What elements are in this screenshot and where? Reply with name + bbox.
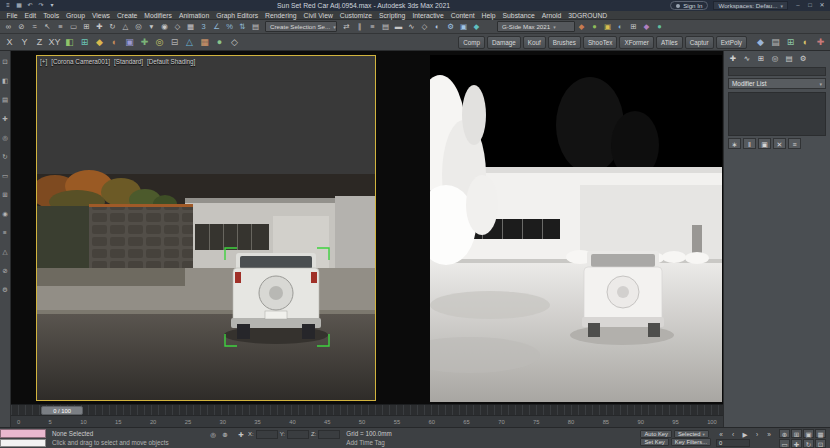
select-and-scale-icon[interactable]: △ [119,21,132,33]
ribbon-toggle-icon[interactable]: ▬ [392,21,405,33]
field-of-view-icon[interactable]: ▭ [779,439,790,448]
layer-explorer-icon[interactable]: ▤ [379,21,392,33]
window-crossing-icon[interactable]: ⊞ [80,21,93,33]
track-bar[interactable]: 0510152025303540455055606570758085909510… [11,415,723,427]
menu-item[interactable]: Tools [40,12,63,19]
selection-region-icon[interactable]: ▭ [67,21,80,33]
menu-item[interactable]: Rendering [262,12,300,19]
pan-icon[interactable]: ✚ [791,439,802,448]
zoom-extents-icon[interactable]: ▣ [803,429,814,438]
toolbar2-right-icon-3[interactable]: ⊞ [783,35,798,49]
create-tab-icon[interactable]: ✚ [727,53,739,64]
go-to-end-icon[interactable]: » [764,430,774,439]
undo-icon[interactable]: ↶ [25,1,35,10]
toolbar2-icon-16[interactable]: ◇ [227,35,242,49]
keyboard-override-icon[interactable]: ▦ [184,21,197,33]
toolbar2-icon-10[interactable]: ✚ [137,35,152,49]
make-unique-icon[interactable]: ▣ [758,138,771,149]
select-and-place-icon[interactable]: ◎ [132,21,145,33]
menu-item[interactable]: Modifiers [141,12,176,19]
tab-kouf[interactable]: Kouf [523,36,546,49]
plugin-icon-3[interactable]: ▣ [601,21,614,33]
left-toolbar-icon-1[interactable]: ⊡ [0,57,10,67]
menu-item[interactable]: Content [447,12,478,19]
menu-item[interactable]: Help [478,12,499,19]
menu-item[interactable]: Views [88,12,113,19]
camera-viewport[interactable]: [+][Corona Camera001][Standard][Default … [36,55,376,401]
left-toolbar-icon-7[interactable]: ▭ [0,171,10,181]
render-view[interactable] [430,55,722,402]
zoom-all-icon[interactable]: ⊞ [791,429,802,438]
x-coordinate-field[interactable] [256,430,278,439]
toolbar2-icon-5[interactable]: ◧ [62,35,77,49]
configure-modifier-sets-icon[interactable]: ≡ [788,138,801,149]
z-coordinate-field[interactable] [318,430,340,439]
render-production-icon[interactable]: ◆ [470,21,483,33]
angle-snap-icon[interactable]: ∠ [210,21,223,33]
menu-item[interactable]: Scripting [375,12,408,19]
show-end-result-icon[interactable]: ‖ [743,138,756,149]
viewport-standard-menu[interactable]: [Standard] [114,58,143,65]
render-setup-icon[interactable]: ⚙ [444,21,457,33]
workspaces-dropdown[interactable]: Workspaces: Defau... [713,1,788,10]
scene-explorer-icon[interactable]: ≡ [366,21,379,33]
close-icon[interactable]: ✕ [817,1,827,10]
rendered-frame-icon[interactable]: ▣ [457,21,470,33]
select-and-link-icon[interactable]: ∞ [2,21,15,33]
plugin-icon-2[interactable]: ● [588,21,601,33]
toolbar2-icon-13[interactable]: △ [182,35,197,49]
material-editor-icon[interactable]: ◐ [431,21,444,33]
select-object-icon[interactable]: ↖ [41,21,54,33]
left-toolbar-icon-8[interactable]: ⊞ [0,190,10,200]
tab-shootex[interactable]: ShooTex [583,36,618,49]
modifier-stack-list[interactable] [728,92,826,136]
toolbar2-icon-7[interactable]: ◆ [92,35,107,49]
play-icon[interactable]: ▶ [740,430,750,439]
key-selection-dropdown[interactable]: Selected [674,430,709,438]
axis-y-icon[interactable]: Y [17,35,32,49]
left-toolbar-icon-11[interactable]: △ [0,247,10,257]
use-pivot-center-icon[interactable]: ◉ [158,21,171,33]
toolbar2-right-icon-4[interactable]: ◐ [798,35,813,49]
select-and-move-icon[interactable]: ✚ [93,21,106,33]
save-icon[interactable]: ▦ [14,1,24,10]
toolbar2-icon-15[interactable]: ● [212,35,227,49]
car-model[interactable] [231,253,321,339]
modifier-list-dropdown[interactable]: Modifier List ▾ [728,78,826,89]
add-time-tag[interactable]: Add Time Tag [346,439,391,446]
toolbar2-right-icon-1[interactable]: ◆ [753,35,768,49]
menu-item[interactable]: Edit [21,12,40,19]
left-toolbar-icon-5[interactable]: ◎ [0,133,10,143]
orbit-icon[interactable]: ↻ [803,439,814,448]
percent-snap-icon[interactable]: % [223,21,236,33]
toolbar2-right-icon-2[interactable]: ▤ [768,35,783,49]
display-tab-icon[interactable]: ▤ [783,53,795,64]
left-toolbar-icon-9[interactable]: ◉ [0,209,10,219]
menu-item[interactable]: Interactive [409,12,447,19]
tab-xformer[interactable]: XFormer [619,36,654,49]
toolbar2-icon-6[interactable]: ⊞ [77,35,92,49]
utilities-tab-icon[interactable]: ⚙ [797,53,809,64]
remove-modifier-icon[interactable]: ✕ [773,138,786,149]
next-frame-icon[interactable]: › [752,430,762,439]
toolbar2-icon-14[interactable]: ▦ [197,35,212,49]
viewport-camera-menu[interactable]: [Corona Camera001] [51,58,110,65]
left-toolbar-icon-12[interactable]: ⊘ [0,266,10,276]
plugin-icon-4[interactable]: ◐ [614,21,627,33]
modify-tab-icon[interactable]: ∿ [741,53,753,64]
hierarchy-tab-icon[interactable]: ⊞ [755,53,767,64]
redo-icon[interactable]: ↷ [36,1,46,10]
menu-item[interactable]: 3DGROUND [565,12,611,19]
zoom-extents-all-icon[interactable]: ▦ [815,429,826,438]
app-menu-icon[interactable]: ≡ [3,1,13,10]
left-toolbar-icon-3[interactable]: ▤ [0,95,10,105]
select-and-manipulate-icon[interactable]: ◇ [171,21,184,33]
previous-frame-icon[interactable]: ‹ [728,430,738,439]
tab-captur[interactable]: Captur [685,36,714,49]
selection-lock-icon[interactable]: ⊕ [220,430,230,439]
plugin-icon-6[interactable]: ◆ [640,21,653,33]
zoom-icon[interactable]: ⊕ [779,429,790,438]
axis-z-icon[interactable]: Z [32,35,47,49]
current-frame-field[interactable]: 0 [716,439,750,447]
object-name-field[interactable] [728,67,826,76]
